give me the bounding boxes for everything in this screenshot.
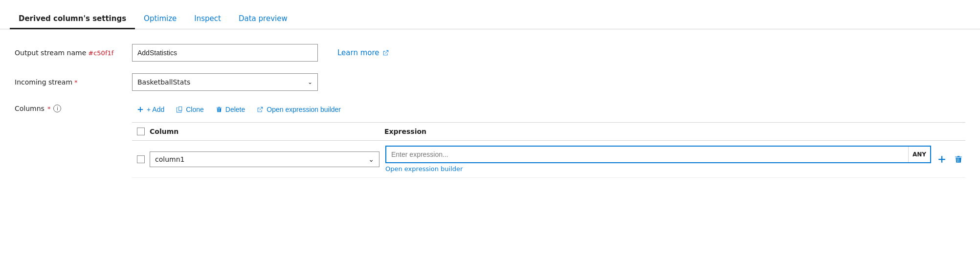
tab-optimize[interactable]: Optimize: [135, 9, 185, 29]
expression-type-badge[interactable]: ANY: [908, 147, 930, 162]
row-checkbox-cell: [132, 155, 150, 163]
column-header-name: Column: [150, 128, 384, 135]
columns-label-row: Columns * i + Add Clone: [15, 103, 965, 178]
incoming-stream-label: Incoming stream *: [15, 78, 122, 86]
columns-required: *: [47, 105, 51, 112]
open-expression-builder-link[interactable]: Open expression builder: [385, 165, 463, 172]
column-header-expression: Expression: [384, 128, 965, 135]
table-row: column1 ⌄ ANY Open expressi: [132, 141, 965, 178]
chevron-down-icon: ⌄: [308, 79, 312, 86]
row1-delete-icon: [954, 155, 963, 164]
row1-expression-cell: ANY Open expression builder: [385, 146, 931, 172]
row1-column-select[interactable]: column1 ⌄: [150, 151, 379, 167]
table-header-row: Column Expression: [132, 123, 965, 141]
toolbar-row: + Add Clone Delete Open expression: [132, 103, 965, 122]
learn-more-link[interactable]: Learn more: [337, 48, 389, 57]
incoming-stream-row: Incoming stream * BasketballStats ⌄: [15, 73, 965, 91]
open-expression-icon: [257, 106, 264, 113]
delete-button[interactable]: Delete: [211, 103, 250, 116]
row1-column-chevron: ⌄: [368, 155, 374, 163]
row1-actions: [935, 152, 965, 166]
tab-data-preview[interactable]: Data preview: [230, 9, 296, 29]
header-checkbox[interactable]: [137, 128, 145, 135]
external-link-icon: [382, 49, 389, 56]
columns-section: Columns * i + Add Clone: [15, 103, 965, 178]
tab-bar: Derived column's settings Optimize Inspe…: [0, 0, 980, 29]
content-area: Output stream name #c50f1f Learn more In…: [0, 29, 980, 280]
row1-column-value: column1: [155, 155, 184, 163]
tab-derived-settings[interactable]: Derived column's settings: [10, 9, 135, 29]
incoming-stream-select[interactable]: BasketballStats ⌄: [132, 73, 318, 91]
row1-delete-button[interactable]: [952, 152, 965, 166]
tab-inspect[interactable]: Inspect: [185, 9, 230, 29]
columns-right: + Add Clone Delete Open expression: [132, 103, 965, 178]
open-expression-builder-button[interactable]: Open expression builder: [252, 103, 346, 116]
expression-input-wrapper: ANY: [385, 146, 931, 163]
columns-info-icon[interactable]: i: [53, 105, 61, 112]
output-stream-label: Output stream name #c50f1f: [15, 49, 122, 57]
header-checkbox-cell: [132, 128, 150, 135]
row1-add-icon: [937, 155, 946, 164]
clone-button[interactable]: Clone: [171, 103, 209, 116]
output-stream-input[interactable]: [132, 44, 318, 62]
delete-icon: [216, 106, 223, 113]
output-stream-required: #c50f1f: [88, 49, 113, 57]
row1-add-button[interactable]: [935, 152, 949, 166]
row1-checkbox[interactable]: [137, 155, 145, 163]
expression-subrow: Open expression builder: [385, 165, 931, 172]
output-stream-row: Output stream name #c50f1f Learn more: [15, 44, 965, 62]
clone-icon: [176, 106, 183, 113]
add-button[interactable]: + Add: [132, 103, 169, 116]
expression-input[interactable]: [386, 151, 908, 158]
columns-label: Columns * i: [15, 103, 122, 112]
incoming-stream-value: BasketballStats: [137, 78, 190, 86]
incoming-stream-required: *: [74, 79, 78, 86]
add-icon: [137, 106, 144, 113]
columns-table: Column Expression column1 ⌄: [132, 122, 965, 178]
main-container: Derived column's settings Optimize Inspe…: [0, 0, 980, 280]
